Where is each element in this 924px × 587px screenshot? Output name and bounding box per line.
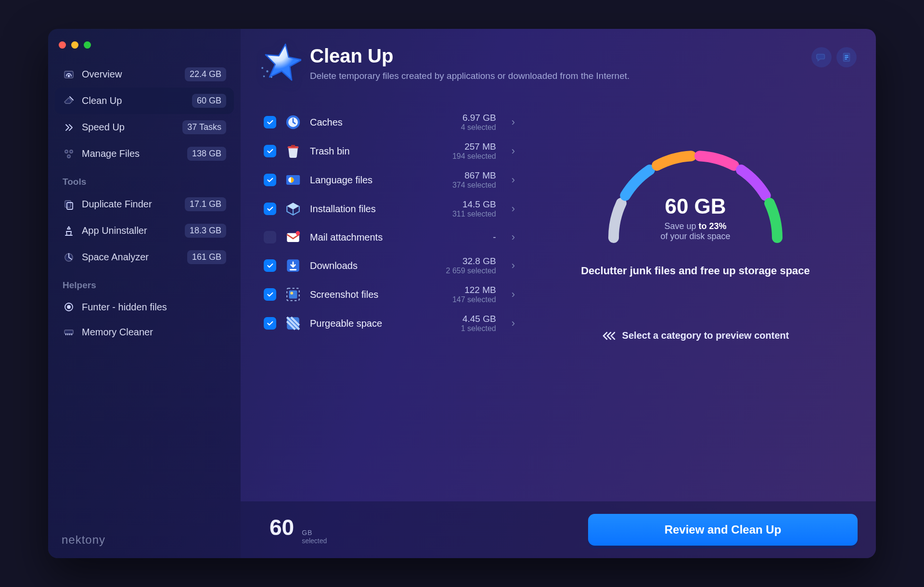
copy-icon xyxy=(63,198,75,211)
category-checkbox[interactable] xyxy=(264,203,276,215)
sidebar-section-helpers: Helpers xyxy=(55,270,234,294)
svg-rect-5 xyxy=(65,201,71,207)
gauge-line1: Save up to 23% xyxy=(664,221,726,231)
lang-icon xyxy=(284,171,302,189)
category-label: Trash bin xyxy=(310,146,350,157)
sidebar-item-duplicate-finder[interactable]: Duplicate Finder 17.1 GB xyxy=(55,191,234,217)
minimize-icon[interactable] xyxy=(71,41,78,49)
chevron-right-icon: › xyxy=(507,174,516,186)
sidebar-item-speed-up[interactable]: Speed Up 37 Tasks xyxy=(55,114,234,140)
purge-icon xyxy=(284,314,302,332)
category-label: Downloads xyxy=(310,260,358,271)
svg-point-12 xyxy=(264,76,265,77)
main-panel: Clean Up Delete temporary files created … xyxy=(241,29,876,558)
ram-icon xyxy=(63,326,75,338)
category-list: Caches 6.97 GB 4 selected › Trash bin 25… xyxy=(260,108,520,501)
category-checkbox[interactable] xyxy=(264,259,276,272)
category-size: 32.8 GB xyxy=(446,256,496,267)
sidebar-section-tools: Tools xyxy=(55,167,234,191)
category-row-caches[interactable]: Caches 6.97 GB 4 selected › xyxy=(260,108,520,137)
category-selected-count: 4 selected xyxy=(461,123,496,132)
footer-selected: 60 GB selected xyxy=(270,514,327,545)
chevrons-left-icon xyxy=(602,331,616,341)
zoom-icon[interactable] xyxy=(84,41,91,49)
category-checkbox[interactable] xyxy=(264,231,276,243)
sidebar-item-badge: 22.4 GB xyxy=(185,67,226,81)
uninstall-icon xyxy=(63,225,75,237)
svg-point-2 xyxy=(65,150,68,153)
chevron-right-icon: › xyxy=(507,259,516,272)
chevron-right-icon: › xyxy=(507,317,516,330)
category-row-mail-attachments[interactable]: Mail attachments - › xyxy=(260,223,520,251)
category-row-downloads[interactable]: Downloads 32.8 GB 2 659 selected › xyxy=(260,251,520,280)
sidebar-item-label: Funter - hidden files xyxy=(82,302,167,313)
category-checkbox[interactable] xyxy=(264,317,276,330)
cache-icon xyxy=(284,113,302,131)
storage-gauge: 60 GB Save up to 23% of your disk space xyxy=(594,132,796,247)
svg-rect-25 xyxy=(290,269,296,270)
page-header: Clean Up Delete temporary files created … xyxy=(241,29,876,89)
svg-rect-10 xyxy=(64,330,73,334)
category-label: Installation files xyxy=(310,204,376,215)
sidebar-item-app-uninstaller[interactable]: App Uninstaller 18.3 GB xyxy=(55,217,234,244)
category-row-purgeable-space[interactable]: Purgeable space 4.45 GB 1 selected › xyxy=(260,309,520,338)
close-icon[interactable] xyxy=(59,41,66,49)
chevron-right-icon: › xyxy=(507,116,516,128)
footer-unit: GB xyxy=(302,529,327,537)
page-subtitle: Delete temporary files created by applic… xyxy=(310,71,629,81)
category-checkbox[interactable] xyxy=(264,288,276,301)
category-size: - xyxy=(493,232,496,242)
svg-point-14 xyxy=(262,67,263,68)
sidebar-item-manage-files[interactable]: Manage Files 138 GB xyxy=(55,140,234,167)
sidebar-item-badge: 161 GB xyxy=(187,250,226,264)
blocks-icon xyxy=(63,148,75,160)
download-icon xyxy=(284,256,302,275)
gauge-icon xyxy=(63,68,75,81)
sidebar-item-badge: 17.1 GB xyxy=(185,197,226,211)
category-label: Language files xyxy=(310,175,372,186)
category-row-screenshot-files[interactable]: Screenshot files 122 MB 147 selected › xyxy=(260,280,520,309)
feedback-button[interactable] xyxy=(811,47,832,67)
category-size: 14.5 GB xyxy=(452,199,496,210)
app-window: Overview 22.4 GB Clean Up 60 GB Speed Up… xyxy=(48,29,876,558)
category-selected-count: 311 selected xyxy=(452,210,496,218)
svg-rect-19 xyxy=(291,145,295,147)
install-icon xyxy=(284,200,302,218)
sidebar-item-memory-cleaner[interactable]: Memory Cleaner xyxy=(55,319,234,345)
preview-hint: Select a category to preview content xyxy=(602,330,789,341)
category-checkbox[interactable] xyxy=(264,174,276,186)
category-checkbox[interactable] xyxy=(264,116,276,128)
summary-caption: Declutter junk files and free up storage… xyxy=(581,265,810,277)
sidebar-item-overview[interactable]: Overview 22.4 GB xyxy=(55,61,234,88)
chevrons-icon xyxy=(63,121,75,134)
category-selected-count: 374 selected xyxy=(452,181,496,190)
svg-rect-27 xyxy=(289,291,297,299)
category-label: Purgeable space xyxy=(310,318,382,329)
footer-subunit: selected xyxy=(302,537,327,545)
category-row-trash-bin[interactable]: Trash bin 257 MB 194 selected › xyxy=(260,137,520,166)
review-clean-button[interactable]: Review and Clean Up xyxy=(588,514,858,546)
category-checkbox[interactable] xyxy=(264,145,276,157)
chevron-right-icon: › xyxy=(507,231,516,243)
sidebar-item-clean-up[interactable]: Clean Up 60 GB xyxy=(55,88,234,114)
sidebar-item-funter-hidden-files[interactable]: Funter - hidden files xyxy=(55,294,234,319)
sidebar-item-label: Space Analyzer xyxy=(82,252,149,263)
category-row-language-files[interactable]: Language files 867 MB 374 selected › xyxy=(260,166,520,194)
category-row-installation-files[interactable]: Installation files 14.5 GB 311 selected … xyxy=(260,194,520,223)
category-size: 257 MB xyxy=(452,141,496,152)
category-selected-count: 194 selected xyxy=(452,152,496,161)
window-controls xyxy=(55,38,234,61)
svg-point-3 xyxy=(70,150,73,153)
pie-icon xyxy=(63,251,75,264)
category-selected-count: 2 659 selected xyxy=(446,267,496,275)
category-label: Caches xyxy=(310,117,343,128)
log-button[interactable] xyxy=(836,47,857,67)
brand-logo: nektony xyxy=(62,533,105,547)
category-size: 867 MB xyxy=(452,170,496,181)
gauge-line2: of your disk space xyxy=(660,231,730,242)
sidebar-item-badge: 60 GB xyxy=(192,94,226,108)
svg-point-4 xyxy=(67,155,70,158)
sidebar-item-label: Speed Up xyxy=(82,122,125,133)
screenshot-icon xyxy=(284,285,302,304)
sidebar-item-space-analyzer[interactable]: Space Analyzer 161 GB xyxy=(55,244,234,270)
